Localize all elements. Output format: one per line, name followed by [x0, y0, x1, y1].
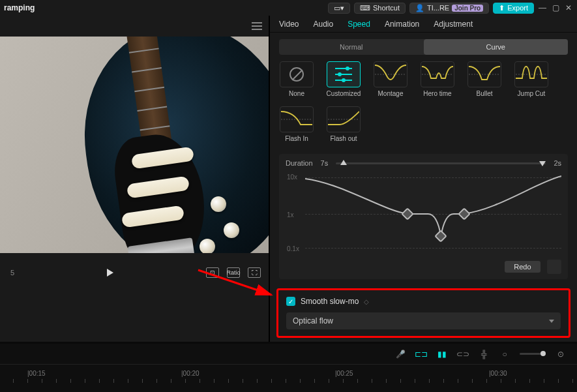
sliders-icon	[335, 68, 352, 81]
zoom-out-icon[interactable]: ○	[499, 350, 510, 359]
play-button[interactable]	[107, 269, 113, 277]
export-button[interactable]: ⬆ Export	[493, 3, 534, 14]
video-preview[interactable]	[0, 37, 269, 253]
link-icon[interactable]: ⊂⊃	[457, 350, 469, 359]
tick-label: |00:30	[489, 370, 507, 377]
layout-toggle[interactable]: ▭▾	[328, 3, 350, 14]
tab-speed[interactable]: Speed	[348, 20, 370, 29]
dropdown-value: Optical flow	[293, 316, 333, 325]
tab-adjustment[interactable]: Adjustment	[434, 20, 473, 29]
hamburger-icon[interactable]	[252, 22, 262, 30]
preset-label: Customized	[327, 90, 361, 97]
y-axis-label: 10x	[287, 173, 297, 181]
top-bar-controls: ▭▾ ⌨ Shortcut 👤 TI...RE Join Pro ⬆ Expor…	[328, 3, 573, 14]
duration-thumb-start[interactable]	[340, 160, 347, 165]
preset-label: Flash In	[285, 135, 308, 142]
property-tabs: Video Audio Speed Animation Adjustment	[270, 16, 577, 33]
tab-animation[interactable]: Animation	[385, 20, 419, 29]
tick-label: |00:20	[181, 370, 200, 377]
window-title: ramping	[4, 3, 35, 12]
speed-curve-graph[interactable]: 10x 1x 0.1x	[286, 171, 561, 256]
redo-aux-button[interactable]	[547, 260, 561, 274]
duration-thumb-end[interactable]	[539, 161, 546, 166]
tick-label: |00:15	[27, 370, 46, 377]
speed-curve-path	[305, 176, 561, 236]
tick-label: |00:25	[335, 370, 353, 377]
preset-customized[interactable]: Customized	[326, 61, 361, 97]
preset-jump-cut[interactable]: Jump Cut	[514, 61, 549, 97]
preset-label: Bullet	[476, 90, 492, 97]
chevron-down-icon	[549, 320, 554, 323]
duration-to: 2s	[554, 159, 561, 167]
minimize-icon[interactable]: —	[538, 3, 547, 12]
preset-label: None	[289, 90, 304, 97]
ratio-button[interactable]: Ratio	[227, 267, 240, 278]
smooth-info-icon[interactable]: ◇	[364, 298, 369, 305]
preset-label: Flash out	[330, 135, 357, 142]
zoom-fit-icon[interactable]: ⊙	[555, 350, 567, 359]
preset-label: Jump Cut	[518, 90, 546, 97]
timecode-display: 5	[8, 269, 14, 277]
timeline-ruler[interactable]: |00:15 |00:20 |00:25 |00:30	[0, 365, 577, 392]
subtab-curve[interactable]: Curve	[424, 39, 569, 55]
smooth-method-dropdown[interactable]: Optical flow	[286, 312, 561, 329]
preset-label: Montage	[378, 90, 404, 97]
magnet-icon[interactable]: ▮▮	[436, 350, 448, 359]
duration-from: 7s	[321, 159, 329, 167]
smooth-label: Smooth slow-mo	[301, 297, 359, 306]
guitar-image	[0, 37, 269, 253]
preset-flash-out[interactable]: Flash out	[326, 106, 361, 142]
timeline: 🎤 ⊏⊐ ▮▮ ⊂⊃ ╬ ○ ⊙ |00:15 |00:20 |00:25 |0…	[0, 344, 577, 392]
curve-presets: None Customized Montage Hero time Bullet…	[270, 61, 577, 149]
shortcut-label: Shortcut	[373, 4, 400, 12]
cancel-icon	[289, 67, 304, 82]
user-badge[interactable]: 👤 TI...RE Join Pro	[409, 3, 489, 14]
y-axis-label: 0.1x	[287, 245, 299, 252]
fullscreen-icon[interactable]: ⛶	[248, 267, 261, 278]
user-label: TI...RE	[427, 4, 449, 12]
maximize-icon[interactable]: ▢	[551, 3, 560, 12]
preset-none[interactable]: None	[279, 61, 314, 97]
preset-montage[interactable]: Montage	[373, 61, 408, 97]
preset-flash-in[interactable]: Flash In	[279, 106, 314, 142]
shortcut-button[interactable]: ⌨ Shortcut	[354, 3, 406, 14]
preset-bullet[interactable]: Bullet	[467, 61, 502, 97]
preset-hero-time[interactable]: Hero time	[420, 61, 455, 97]
tab-video[interactable]: Video	[279, 20, 299, 29]
speed-graph-panel: Duration 7s 2s 10x 1x 0.1x	[279, 154, 568, 279]
y-axis-label: 1x	[287, 211, 294, 219]
mic-icon[interactable]: 🎤	[394, 350, 406, 359]
close-icon[interactable]: ✕	[564, 3, 573, 12]
smooth-checkbox[interactable]: ✓	[286, 297, 295, 306]
preset-label: Hero time	[423, 90, 451, 97]
crop-icon[interactable]: ⊡	[206, 267, 219, 278]
tab-audio[interactable]: Audio	[313, 20, 333, 29]
export-label: Export	[507, 4, 528, 12]
speed-mode-tabs: Normal Curve	[279, 39, 568, 55]
duration-slider[interactable]	[336, 162, 546, 164]
align-icon[interactable]: ╬	[478, 350, 490, 359]
duration-label: Duration	[286, 159, 313, 167]
redo-button[interactable]: Redo	[505, 261, 540, 273]
subtab-normal[interactable]: Normal	[279, 39, 424, 55]
snap-icon[interactable]: ⊏⊐	[415, 350, 427, 359]
smooth-slow-mo-section: ✓ Smooth slow-mo ◇ Optical flow	[276, 288, 570, 338]
zoom-slider[interactable]	[520, 353, 546, 355]
join-pro-badge[interactable]: Join Pro	[452, 5, 483, 12]
